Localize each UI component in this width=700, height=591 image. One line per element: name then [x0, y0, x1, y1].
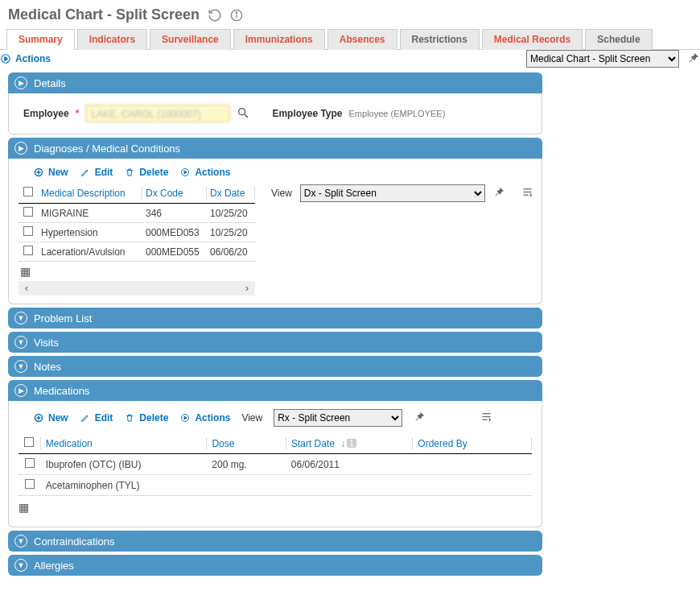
notes-header[interactable]: ▼Notes: [8, 356, 542, 377]
sort-desc-icon: ↓: [340, 438, 345, 449]
row-checkbox[interactable]: [23, 246, 33, 255]
dx-new-button[interactable]: New: [33, 167, 68, 178]
problem-list-header[interactable]: ▼Problem List: [8, 308, 542, 329]
actions-icon: [0, 53, 11, 64]
svg-point-5: [239, 108, 245, 114]
medications-header[interactable]: ▶ Medications: [8, 380, 542, 401]
expand-icon: ▶: [14, 142, 27, 155]
refresh-icon[interactable]: [208, 8, 222, 23]
horizontal-scrollbar[interactable]: ‹ ›: [19, 281, 255, 296]
col-header-date[interactable]: Dx Date: [207, 188, 255, 199]
rx-delete-button[interactable]: Delete: [124, 412, 168, 424]
col-header-code[interactable]: Dx Code: [142, 188, 207, 199]
dx-code: 000MED055: [142, 246, 207, 258]
pencil-icon: [80, 167, 91, 178]
collapse-icon: ▼: [14, 360, 27, 373]
list-settings-icon[interactable]: [521, 186, 533, 200]
tab-medical-records[interactable]: Medical Records: [482, 29, 583, 50]
rx-medication: Acetaminophen (TYL): [41, 480, 208, 491]
dx-view-select[interactable]: Dx - Split Screen: [300, 184, 485, 202]
trash-icon: [124, 167, 135, 178]
svg-marker-11: [184, 171, 187, 174]
rx-actions-button[interactable]: Actions: [179, 412, 230, 424]
row-checkbox[interactable]: [23, 207, 33, 217]
table-row[interactable]: Acetaminophen (TYL): [19, 475, 532, 496]
dx-description: MIGRAINE: [38, 208, 142, 219]
rx-dose: 200 mg.: [207, 459, 286, 470]
pin-icon[interactable]: [493, 186, 505, 200]
rx-new-button[interactable]: New: [33, 412, 68, 424]
row-checkbox[interactable]: [25, 479, 35, 489]
rx-medication: Ibuprofen (OTC) (IBU): [41, 459, 208, 470]
diagnoses-grid: Medical Description Dx Code Dx Date MIGR…: [19, 183, 255, 296]
tab-schedule[interactable]: Schedule: [585, 29, 652, 50]
page-title: Medical Chart - Split Screen: [8, 6, 200, 23]
dx-date: 10/25/20: [207, 208, 255, 219]
col-header-dose[interactable]: Dose: [207, 438, 286, 449]
dx-delete-button[interactable]: Delete: [124, 167, 168, 178]
row-checkbox[interactable]: [25, 458, 35, 468]
actions-label: Actions: [15, 53, 51, 64]
details-header[interactable]: ▶ Details: [8, 72, 542, 93]
dx-code: 000MED053: [142, 227, 207, 238]
tab-restrictions[interactable]: Restrictions: [400, 29, 480, 50]
expand-icon: ▶: [14, 76, 27, 89]
rx-view-label: View: [241, 412, 262, 424]
pin-icon[interactable]: [414, 411, 426, 425]
allergies-header[interactable]: ▼Allergies: [8, 555, 542, 576]
dx-description: Laceration/Avulsion: [38, 246, 142, 258]
table-row[interactable]: Laceration/Avulsion000MED05506/06/20: [19, 242, 255, 262]
tab-indicators[interactable]: Indicators: [77, 29, 147, 50]
svg-marker-19: [184, 416, 187, 419]
scroll-right-icon[interactable]: ›: [245, 283, 249, 294]
diagnoses-header[interactable]: ▶ Diagnoses / Medical Conditions: [8, 138, 542, 159]
table-row[interactable]: Ibuprofen (OTC) (IBU)200 mg.06/06/2011: [19, 454, 532, 475]
actions-button[interactable]: Actions: [0, 53, 51, 64]
add-row-icon[interactable]: ▦: [19, 501, 29, 514]
collapse-icon: ▼: [14, 312, 27, 324]
table-row[interactable]: Hypertension000MED05310/25/20: [19, 223, 255, 242]
row-checkbox[interactable]: [23, 226, 33, 236]
expand-icon: ▶: [14, 384, 27, 397]
col-header-medication[interactable]: Medication: [41, 438, 208, 449]
dx-description: Hypertension: [38, 227, 142, 238]
tab-summary[interactable]: Summary: [6, 29, 75, 50]
dx-edit-button[interactable]: Edit: [80, 167, 113, 178]
add-row-icon[interactable]: ▦: [20, 265, 31, 278]
pencil-icon: [80, 412, 91, 424]
plus-icon: [33, 412, 44, 424]
contraindications-header[interactable]: ▼Contraindications: [8, 531, 542, 552]
search-icon[interactable]: [237, 106, 249, 122]
col-header-ordered-by[interactable]: Ordered By: [413, 438, 532, 449]
col-header-start-date[interactable]: Start Date ↓1: [286, 438, 413, 449]
tab-immunizations[interactable]: Immunizations: [233, 29, 325, 50]
collapse-icon: ▼: [14, 559, 27, 572]
collapse-icon: ▼: [14, 535, 27, 548]
sort-index-badge: 1: [347, 439, 356, 448]
plus-icon: [33, 167, 44, 178]
required-marker: *: [76, 108, 80, 119]
rx-view-select[interactable]: Rx - Split Screen: [274, 409, 402, 427]
employee-label: Employee: [23, 108, 69, 119]
list-settings-icon[interactable]: [480, 411, 492, 425]
select-all-checkbox[interactable]: [24, 437, 34, 447]
tab-absences[interactable]: Absences: [327, 29, 397, 50]
tab-surveillance[interactable]: Surveillance: [150, 29, 231, 50]
visits-header[interactable]: ▼Visits: [8, 332, 542, 353]
medications-grid: Medication Dose Start Date ↓1 Ordered By…: [19, 433, 532, 496]
dx-view-label: View: [271, 188, 292, 199]
rx-edit-button[interactable]: Edit: [80, 412, 113, 424]
info-icon[interactable]: [230, 9, 243, 22]
pin-icon[interactable]: [687, 52, 700, 67]
page-view-select[interactable]: Medical Chart - Split Screen: [526, 50, 679, 68]
employee-type-label: Employee Type: [272, 108, 342, 119]
dx-actions-button[interactable]: Actions: [179, 167, 230, 178]
details-title: Details: [34, 77, 66, 89]
table-row[interactable]: MIGRAINE34610/25/20: [19, 204, 255, 223]
tab-bar: SummaryIndicatorsSurveillanceImmunizatio…: [0, 28, 700, 50]
svg-point-2: [236, 12, 237, 13]
select-all-checkbox[interactable]: [23, 187, 33, 196]
employee-field[interactable]: LAKE, CAROL (1000007): [85, 105, 230, 122]
scroll-left-icon[interactable]: ‹: [25, 283, 28, 294]
col-header-desc[interactable]: Medical Description: [38, 188, 142, 199]
